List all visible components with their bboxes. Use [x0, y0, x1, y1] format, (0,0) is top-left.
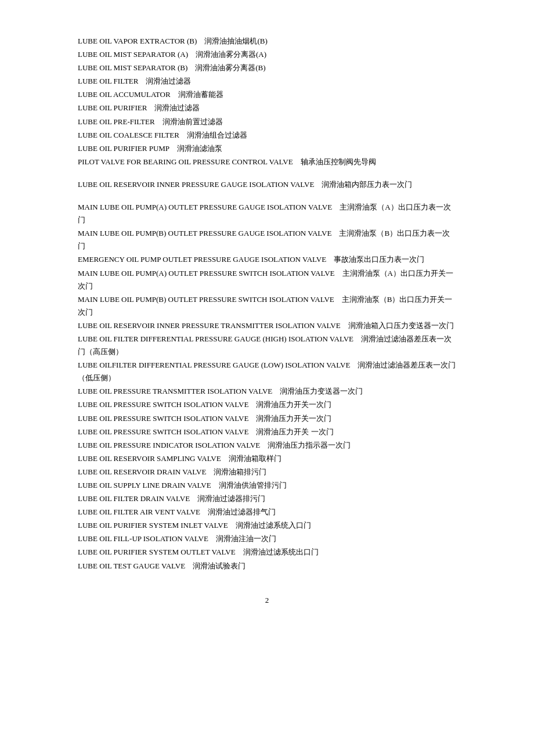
item-english: LUBE OIL PRESSURE SWITCH ISOLATION VALVE	[78, 427, 248, 436]
item-chinese: 润滑油过滤器	[154, 103, 200, 112]
item-english: LUBE OIL MIST SEPARATOR (A)	[78, 50, 188, 59]
item-chinese: 润滑油油雾分离器(A)	[196, 50, 266, 59]
item-chinese: 润滑油箱入口压力变送器一次门	[348, 321, 454, 330]
item-chinese: 润滑油前置过滤器	[163, 117, 223, 126]
list-item: EMERGENCY OIL PUMP OUTLET PRESSURE GAUGE…	[78, 253, 456, 266]
page-number: 2	[78, 596, 456, 605]
item-english: LUBE OIL VAPOR EXTRACTOR (B)	[78, 37, 197, 45]
item-english: MAIN LUBE OIL PUMP(A) OUTLET PRESSURE SW…	[78, 269, 335, 278]
item-english: LUBE OIL PURIFIER PUMP	[78, 144, 169, 153]
list-item: LUBE OIL SUPPLY LINE DRAIN VALVE 润滑油供油管排…	[78, 479, 456, 492]
list-item: LUBE OIL PRESSURE TRANSMITTER ISOLATION …	[78, 385, 456, 398]
item-english: LUBE OIL FILL-UP ISOLATION VALVE	[78, 534, 208, 543]
list-item: LUBE OIL PRESSURE SWITCH ISOLATION VALVE…	[78, 398, 456, 411]
list-item: LUBE OIL PURIFIER 润滑油过滤器	[78, 102, 456, 114]
item-english: MAIN LUBE OIL PUMP(B) OUTLET PRESSURE GA…	[78, 229, 331, 237]
item-chinese: 润滑油过滤器排污门	[197, 494, 265, 503]
item-english: LUBE OIL ACCUMULATOR	[78, 90, 171, 99]
item-chinese: 润滑油蓄能器	[178, 90, 223, 99]
item-english: EMERGENCY OIL PUMP OUTLET PRESSURE GAUGE…	[78, 255, 326, 264]
item-english: LUBE OIL PURIFIER	[78, 103, 147, 112]
list-item: LUBE OIL RESERVOIR SAMPLING VALVE 润滑油箱取样…	[78, 452, 456, 465]
list-item: LUBE OIL RESERVOIR INNER PRESSURE GAUGE …	[78, 178, 456, 191]
list-item: LUBE OIL PRESSURE SWITCH ISOLATION VALVE…	[78, 426, 456, 438]
item-english: LUBE OIL FILTER DIFFERENTIAL PRESSURE GA…	[78, 334, 353, 343]
item-english: LUBE OIL PURIFIER SYSTEM OUTLET VALVE	[78, 548, 236, 556]
item-chinese: 润滑油箱取样门	[229, 454, 282, 463]
item-chinese: 润滑油过滤器排气门	[208, 507, 276, 516]
item-chinese: 润滑油压力指示器一次门	[268, 441, 351, 449]
item-chinese: 事故油泵出口压力表一次门	[334, 255, 424, 264]
item-english: LUBE OIL FILTER	[78, 77, 138, 85]
list-item: MAIN LUBE OIL PUMP(B) OUTLET PRESSURE GA…	[78, 227, 456, 253]
item-chinese: 润滑油压力开关一次门	[256, 414, 331, 423]
list-item: MAIN LUBE OIL PUMP(B) OUTLET PRESSURE SW…	[78, 293, 456, 319]
item-english: LUBE OILFILTER DIFFERENTIAL PRESSURE GAU…	[78, 361, 350, 369]
item-english: LUBE OIL SUPPLY LINE DRAIN VALVE	[78, 481, 211, 489]
list-item: LUBE OIL RESERVOIR INNER PRESSURE TRANSM…	[78, 319, 456, 332]
item-english: LUBE OIL RESERVOIR DRAIN VALVE	[78, 467, 206, 476]
item-chinese: 润滑油过滤系统出口门	[243, 548, 319, 556]
item-english: PILOT VALVE FOR BEARING OIL PRESSURE CON…	[78, 157, 293, 166]
item-english: LUBE OIL FILTER AIR VENT VALVE	[78, 507, 200, 516]
spacer-10	[78, 169, 456, 178]
item-english: LUBE OIL COALESCE FILTER	[78, 131, 179, 139]
list-item: LUBE OIL FILTER AIR VENT VALVE 润滑油过滤器排气门	[78, 506, 456, 519]
item-english: LUBE OIL TEST GAUGE VALVE	[78, 561, 185, 570]
item-english: LUBE OIL PRE-FILTER	[78, 117, 155, 126]
item-chinese: 润滑油供油管排污门	[219, 481, 287, 489]
item-english: LUBE OIL PRESSURE SWITCH ISOLATION VALVE	[78, 400, 248, 409]
list-item: LUBE OIL MIST SEPARATOR (A) 润滑油油雾分离器(A)	[78, 48, 456, 61]
item-chinese: 润滑油滤油泵	[177, 144, 222, 153]
item-english: MAIN LUBE OIL PUMP(B) OUTLET PRESSURE SW…	[78, 295, 334, 304]
item-english: LUBE OIL PRESSURE INDICATOR ISOLATION VA…	[78, 441, 260, 449]
list-item: LUBE OIL FILTER DRAIN VALVE 润滑油过滤器排污门	[78, 492, 456, 505]
item-chinese: 润滑油压力开关一次门	[256, 400, 331, 409]
list-item: LUBE OIL PURIFIER SYSTEM INLET VALVE 润滑油…	[78, 519, 456, 532]
item-english: LUBE OIL FILTER DRAIN VALVE	[78, 494, 190, 503]
item-english: LUBE OIL MIST SEPARATOR (B)	[78, 63, 187, 72]
item-english: LUBE OIL RESERVOIR INNER PRESSURE TRANSM…	[78, 321, 341, 330]
item-english: MAIN LUBE OIL PUMP(A) OUTLET PRESSURE GA…	[78, 203, 332, 211]
item-english: LUBE OIL RESERVOIR SAMPLING VALVE	[78, 454, 221, 463]
list-item: MAIN LUBE OIL PUMP(A) OUTLET PRESSURE GA…	[78, 201, 456, 226]
item-chinese: 润滑油箱排污门	[214, 467, 266, 476]
item-chinese: 润滑油压力开关 一次门	[256, 427, 333, 436]
list-item: LUBE OIL COALESCE FILTER 润滑油组合过滤器	[78, 129, 456, 142]
list-item: LUBE OIL ACCUMULATOR 润滑油蓄能器	[78, 88, 456, 101]
item-chinese: 润滑油箱内部压力表一次门	[322, 180, 412, 189]
item-chinese: 润滑油油雾分离器(B)	[195, 63, 265, 72]
item-chinese: 润滑油组合过滤器	[187, 131, 247, 139]
item-chinese: 轴承油压控制阀先导阀	[301, 157, 376, 166]
content-block: LUBE OIL VAPOR EXTRACTOR (B) 润滑油抽油烟机(B)L…	[78, 35, 456, 573]
item-chinese: 润滑油抽油烟机(B)	[204, 37, 267, 45]
item-chinese: 润滑油过滤器	[146, 77, 191, 85]
list-item: LUBE OIL TEST GAUGE VALVE 润滑油试验表门	[78, 560, 456, 573]
item-english: LUBE OIL PRESSURE TRANSMITTER ISOLATION …	[78, 387, 272, 395]
item-chinese: 润滑油注油一次门	[216, 534, 276, 543]
list-item: LUBE OIL PURIFIER SYSTEM OUTLET VALVE 润滑…	[78, 546, 456, 559]
list-item: LUBE OIL PRE-FILTER 润滑油前置过滤器	[78, 116, 456, 128]
item-english: LUBE OIL PURIFIER SYSTEM INLET VALVE	[78, 521, 228, 530]
item-chinese: 润滑油过滤系统入口门	[236, 521, 311, 530]
list-item: PILOT VALVE FOR BEARING OIL PRESSURE CON…	[78, 156, 456, 168]
list-item: LUBE OIL VAPOR EXTRACTOR (B) 润滑油抽油烟机(B)	[78, 35, 456, 48]
list-item: LUBE OIL MIST SEPARATOR (B) 润滑油油雾分离器(B)	[78, 62, 456, 74]
list-item: LUBE OIL FILTER DIFFERENTIAL PRESSURE GA…	[78, 333, 456, 358]
list-item: LUBE OIL PRESSURE INDICATOR ISOLATION VA…	[78, 439, 456, 452]
spacer-12	[78, 192, 456, 201]
list-item: LUBE OIL PRESSURE SWITCH ISOLATION VALVE…	[78, 412, 456, 425]
item-chinese: 润滑油压力变送器一次门	[280, 387, 363, 395]
list-item: MAIN LUBE OIL PUMP(A) OUTLET PRESSURE SW…	[78, 267, 456, 293]
list-item: LUBE OIL FILL-UP ISOLATION VALVE 润滑油注油一次…	[78, 532, 456, 545]
list-item: LUBE OIL FILTER 润滑油过滤器	[78, 75, 456, 88]
list-item: LUBE OIL PURIFIER PUMP 润滑油滤油泵	[78, 142, 456, 155]
list-item: LUBE OILFILTER DIFFERENTIAL PRESSURE GAU…	[78, 359, 456, 384]
item-english: LUBE OIL RESERVOIR INNER PRESSURE GAUGE …	[78, 180, 314, 189]
list-item: LUBE OIL RESERVOIR DRAIN VALVE 润滑油箱排污门	[78, 466, 456, 478]
item-english: LUBE OIL PRESSURE SWITCH ISOLATION VALVE	[78, 414, 248, 423]
item-chinese: 润滑油试验表门	[193, 561, 246, 570]
